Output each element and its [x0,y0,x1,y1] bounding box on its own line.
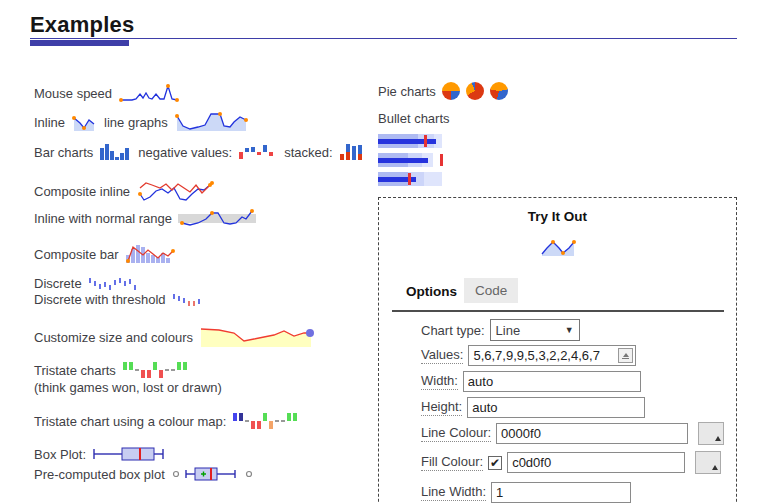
line-graphs-label: line graphs [104,115,168,130]
fill-colour-row: Fill Colour: ✔ [421,451,721,474]
values-input[interactable] [468,345,636,366]
example-composite-inline: Composite inline [34,176,216,206]
tristate-map-label: Tristate chart using a colour map: [34,414,226,429]
tristate-label: Tristate charts [34,363,116,378]
title-rule-thin [30,38,737,39]
negative-values-label: negative values: [138,145,232,160]
example-inline-normal-range: Inline with normal range [34,207,256,229]
example-customize: Customize size and colours [34,324,317,350]
stacked-bar-sparkline [339,141,364,163]
customize-sparkline [199,324,317,350]
width-row: Width: [421,371,641,392]
example-pie-charts: Pie charts [378,82,508,100]
composite-inline-label: Composite inline [34,184,130,199]
composite-bar-sparkline [125,241,177,267]
example-inline: Inline line graphs [34,110,250,134]
negative-bar-sparkline [238,143,278,161]
width-input[interactable] [463,371,641,392]
tab-options[interactable]: Options [406,284,457,299]
pie-charts-label: Pie charts [378,84,436,99]
chart-type-select[interactable]: Line ▼ [490,319,580,341]
example-bar-charts: Bar charts negative values: stacked: [34,141,364,163]
inline-normal-range-label: Inline with normal range [34,211,172,226]
tab-code[interactable]: Code [464,278,518,303]
values-picker-icon[interactable] [618,348,633,363]
chart-type-row: Chart type: Line ▼ [421,319,580,341]
example-discrete-threshold: Discrete with threshold [34,292,212,307]
chart-type-label: Chart type: [421,323,485,338]
pie-chart-2 [466,82,484,100]
line-width-input[interactable] [491,482,631,503]
example-precomputed-box-plot: Pre-computed box plot [34,466,257,482]
composite-inline-sparkline [136,176,216,206]
example-mouse-speed: Mouse speed [34,82,184,104]
example-tristate-map: Tristate chart using a colour map: [34,411,300,431]
inline-label: Inline [34,115,65,130]
fill-colour-input[interactable] [507,452,685,473]
box-plot-label: Box Plot: [34,447,86,462]
normal-range-sparkline [178,207,256,229]
line-colour-label: Line Colour: [421,425,491,442]
height-label: Height: [421,399,462,416]
try-it-out-sparkline [539,236,579,262]
composite-bar-label: Composite bar [34,247,119,262]
bullet-charts-label: Bullet charts [378,111,450,126]
discrete-threshold-label: Discrete with threshold [34,292,166,307]
discrete-label: Discrete [34,276,82,291]
line-width-row: Line Width: [421,482,631,503]
examples-page: Examples Mouse speed Inline line graphs … [0,0,758,503]
page-title: Examples [30,12,134,38]
title-rule-thick [30,40,129,46]
try-it-out-panel: Try It Out Options Code Chart type: Line… [378,197,737,503]
bar-charts-label: Bar charts [34,145,93,160]
customize-label: Customize size and colours [34,330,193,345]
chevron-down-icon: ▼ [565,325,574,335]
bullet-chart-1 [378,134,444,148]
height-row: Height: [421,397,645,418]
precomputed-box-plot-label: Pre-computed box plot [34,467,165,482]
inline-small-sparkline [71,112,98,133]
bullet-chart-3 [378,172,444,186]
discrete-sparkline [88,277,143,291]
tristate-sparkline [122,360,190,380]
line-colour-row: Line Colour: [421,422,724,445]
line-width-label: Line Width: [421,484,486,501]
stacked-label: stacked: [284,145,332,160]
box-plot-sparkline [92,446,168,462]
tristate-colormap-sparkline [232,411,300,431]
example-box-plot: Box Plot: [34,446,168,462]
example-discrete: Discrete [34,276,143,291]
inline-line-graph-sparkline [174,110,250,134]
height-input[interactable] [467,397,645,418]
pie-chart-3 [490,82,508,100]
bullet-chart-2 [378,153,444,167]
bullet-charts-label-row: Bullet charts [378,111,450,126]
line-colour-input[interactable] [496,423,688,444]
precomputed-box-plot-sparkline [171,466,257,482]
values-label: Values: [421,347,463,364]
fill-colour-label: Fill Colour: [421,454,483,471]
bar-chart-sparkline [99,141,132,163]
mouse-speed-sparkline [118,82,184,104]
pie-chart-1 [442,82,460,100]
swatch-picker-icon [712,465,718,470]
example-tristate: Tristate charts [34,360,190,380]
values-row: Values: [421,345,636,366]
fill-colour-checkbox[interactable]: ✔ [488,456,502,470]
swatch-picker-icon [715,436,721,441]
line-colour-swatch-button[interactable] [698,422,724,445]
example-composite-bar: Composite bar [34,241,177,267]
fill-colour-swatch-button[interactable] [695,451,721,474]
discrete-threshold-sparkline [172,293,212,307]
try-it-out-title: Try It Out [379,209,736,224]
tab-divider [392,310,724,312]
width-label: Width: [421,373,458,390]
mouse-speed-label: Mouse speed [34,86,112,101]
tristate-note: (think games won, lost or drawn) [34,380,222,395]
